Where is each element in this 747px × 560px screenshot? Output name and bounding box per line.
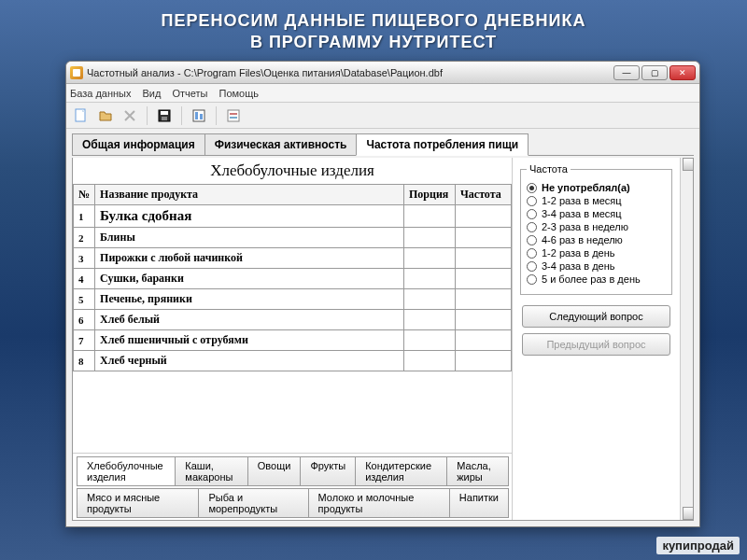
cell-name: Хлеб пшеничный с отрубями [95,330,404,351]
menu-view[interactable]: Вид [143,88,162,99]
freq-option[interactable]: 1-2 раза в день [527,247,666,259]
freq-option[interactable]: 1-2 раза в месяц [527,195,666,206]
table-row[interactable]: 6Хлеб белый [74,310,512,330]
cell-freq[interactable] [456,351,512,371]
table-row[interactable]: 2Блины [74,228,512,248]
svg-rect-6 [200,114,203,119]
minimize-button[interactable]: — [613,65,640,80]
cell-freq[interactable] [456,205,512,228]
cell-name: Хлеб белый [95,310,404,330]
new-icon[interactable] [72,106,91,125]
cell-freq[interactable] [456,330,512,351]
col-num: № [74,185,95,205]
cell-portion[interactable] [404,289,456,310]
freq-option[interactable]: 3-4 раза в день [527,260,666,272]
freq-option[interactable]: 2-3 раза в неделю [527,221,666,232]
radio-icon [527,235,537,245]
slide-title-line2: В ПРОГРАММУ НУТРИТЕСТ [0,33,747,60]
table-row[interactable]: 5Печенье, пряники [74,289,512,310]
frequency-fieldset: Частота Не употреблял(а)1-2 раза в месяц… [520,163,672,295]
window-title: Частотный анализ - C:\Program Files\Оцен… [87,67,613,78]
cell-portion[interactable] [404,310,456,330]
cell-freq[interactable] [456,248,512,269]
cell-num: 5 [74,289,95,310]
menu-database[interactable]: База данных [70,88,132,99]
titlebar: Частотный анализ - C:\Program Files\Оцен… [66,62,699,84]
main-panel: Хлебобулочные изделия № Название продукт… [72,158,694,521]
save-icon[interactable] [155,106,174,125]
table-row[interactable]: 1Булка сдобная [74,205,512,228]
freq-option[interactable]: 5 и более раз в день [527,273,666,285]
category-tab[interactable]: Хлебобулочные изделия [77,456,176,486]
category-tabs: Хлебобулочные изделияКаши, макароныОвощи… [73,453,512,520]
cell-name: Пирожки с любой начинкой [95,248,404,269]
cell-portion[interactable] [404,330,456,351]
menu-reports[interactable]: Отчеты [172,88,207,99]
category-tab[interactable]: Напитки [449,488,509,518]
maximize-button[interactable]: ▢ [641,65,668,80]
cell-freq[interactable] [456,228,512,248]
radio-icon [527,248,537,259]
category-tab[interactable]: Масла, жиры [446,456,509,486]
freq-option-label: 1-2 раза в месяц [542,195,622,206]
tab-activity[interactable]: Физическая активность [204,133,358,155]
main-tabs: Общая информация Физическая активность Ч… [72,133,694,156]
cell-num: 7 [74,330,95,351]
col-portion: Порция [404,185,456,205]
close-button[interactable]: ✕ [669,65,696,80]
report-icon[interactable] [190,106,208,125]
products-panel: Хлебобулочные изделия № Название продукт… [73,158,512,520]
cell-freq[interactable] [456,269,512,289]
next-question-button[interactable]: Следующий вопрос [522,305,670,328]
products-table: № Название продукта Порция Частота 1Булк… [73,184,512,371]
slide-title-line1: ПЕРЕНОСИМ ДАННЫЕ ПИЩЕВОГО ДНЕВНИКА [0,0,747,33]
category-tab[interactable]: Молоко и молочные продукты [308,488,450,518]
category-tab[interactable]: Овощи [247,456,302,486]
cell-portion[interactable] [404,269,456,289]
menubar: База данных Вид Отчеты Помощь [66,84,699,103]
cell-num: 1 [74,205,95,228]
category-tab[interactable]: Каши, макароны [175,456,247,486]
radio-icon [527,183,537,193]
cell-portion[interactable] [404,228,456,248]
cell-portion[interactable] [404,205,456,228]
cell-freq[interactable] [456,310,512,330]
cell-freq[interactable] [456,289,512,310]
toolbar-separator [216,106,217,125]
radio-icon [527,209,537,219]
table-row[interactable]: 8Хлеб черный [74,351,512,371]
vertical-scrollbar[interactable] [680,158,693,520]
freq-option[interactable]: 3-4 раза в месяц [527,208,666,219]
settings-icon[interactable] [224,106,243,125]
category-tab[interactable]: Кондитерские изделия [355,456,447,486]
tab-general[interactable]: Общая информация [72,133,205,155]
freq-option-label: 3-4 раза в месяц [542,208,622,219]
cell-portion[interactable] [404,248,456,269]
freq-option-label: 5 и более раз в день [542,273,641,285]
freq-option[interactable]: Не употреблял(а) [527,182,666,193]
table-row[interactable]: 3Пирожки с любой начинкой [74,248,512,269]
radio-icon [527,196,537,206]
cell-num: 6 [74,310,95,330]
watermark: купипродай [656,537,740,554]
section-title: Хлебобулочные изделия [73,158,512,184]
menu-help[interactable]: Помощь [218,88,259,99]
prev-question-button[interactable]: Предыдущий вопрос [522,333,670,356]
delete-icon[interactable] [120,106,139,125]
freq-option-label: 3-4 раза в день [542,260,615,272]
category-tab[interactable]: Рыба и морепродукты [198,488,308,518]
app-window: Частотный анализ - C:\Program Files\Оцен… [65,61,700,527]
svg-rect-3 [162,117,167,120]
table-row[interactable]: 4Сушки, баранки [74,269,512,289]
cell-portion[interactable] [404,351,456,371]
tab-frequency[interactable]: Частота потребления пищи [356,133,529,156]
category-tab[interactable]: Фрукты [300,456,356,486]
toolbar-separator [147,106,148,125]
open-icon[interactable] [96,106,115,125]
radio-icon [527,261,537,272]
category-tab[interactable]: Мясо и мясные продукты [77,488,199,518]
freq-option-label: 1-2 раза в день [542,247,615,259]
freq-option[interactable]: 4-6 раз в неделю [527,234,666,245]
cell-name: Печенье, пряники [95,289,404,310]
table-row[interactable]: 7Хлеб пшеничный с отрубями [74,330,512,351]
